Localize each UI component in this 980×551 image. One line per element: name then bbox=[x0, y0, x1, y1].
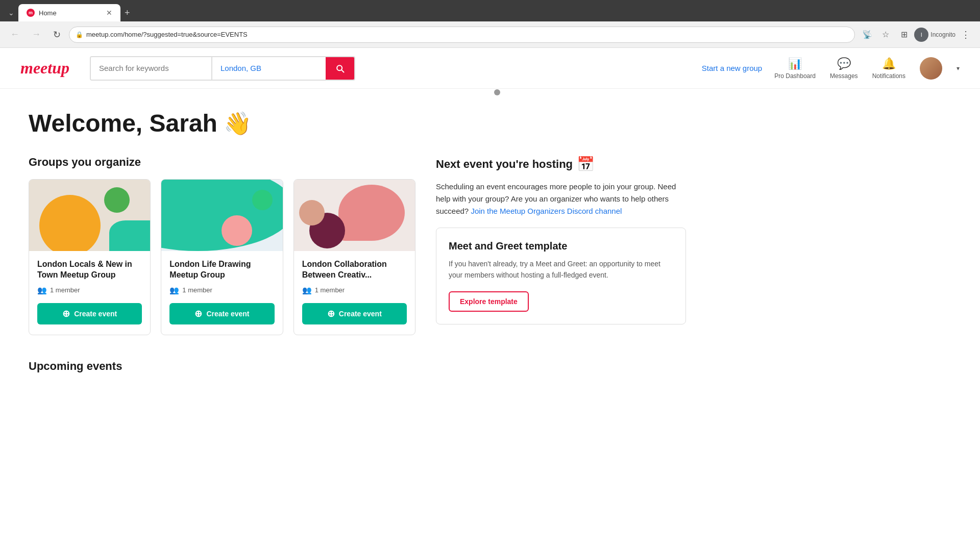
member-icon: 👥 bbox=[37, 286, 47, 295]
create-event-button-1[interactable]: ⊕ Create event bbox=[37, 303, 142, 324]
group-card-2: London Life Drawing Meetup Group 👥 1 mem… bbox=[161, 179, 283, 335]
plus-icon: ⊕ bbox=[194, 308, 202, 319]
template-card-title: Meet and Greet template bbox=[449, 240, 673, 252]
group-2-member-count: 👥 1 member bbox=[169, 286, 274, 295]
logo[interactable]: meetup bbox=[20, 59, 69, 78]
profile-button[interactable]: I bbox=[914, 28, 928, 42]
start-new-group-button[interactable]: Start a new group bbox=[702, 64, 762, 72]
upcoming-section: Upcoming events bbox=[29, 360, 686, 373]
group-1-name: London Locals & New in Town Meetup Group bbox=[37, 259, 142, 281]
group-card-2-image bbox=[161, 180, 282, 251]
sections-grid: Groups you organize London Locals bbox=[29, 156, 686, 335]
create-event-button-2[interactable]: ⊕ Create event bbox=[169, 303, 274, 324]
messages-label: Messages bbox=[830, 72, 858, 80]
messages-link[interactable]: 💬 Messages bbox=[830, 57, 858, 80]
tab-close-button[interactable]: ✕ bbox=[106, 9, 112, 17]
template-card-description: If you haven't already, try a Meet and G… bbox=[449, 258, 673, 281]
group-3-member-count: 👥 1 member bbox=[302, 286, 407, 295]
plus-icon: ⊕ bbox=[62, 308, 70, 319]
main-content: Welcome, Sarah 👋 Groups you organize bbox=[0, 89, 715, 393]
group-card-3-image bbox=[294, 180, 415, 251]
notifications-link[interactable]: 🔔 Notifications bbox=[872, 57, 905, 80]
extension-button[interactable]: ⊞ bbox=[896, 27, 912, 43]
search-input[interactable] bbox=[91, 57, 211, 80]
browser-menu-button[interactable]: ⋮ bbox=[958, 27, 974, 43]
group-card-1-image bbox=[29, 180, 150, 251]
groups-grid: London Locals & New in Town Meetup Group… bbox=[29, 179, 415, 335]
url-text: meetup.com/home/?suggested=true&source=E… bbox=[86, 31, 248, 38]
discord-link[interactable]: Join the Meetup Organizers Discord chann… bbox=[471, 207, 622, 215]
bell-icon: 🔔 bbox=[882, 57, 896, 70]
user-avatar[interactable] bbox=[920, 57, 942, 80]
incognito-label: Incognito bbox=[930, 31, 955, 38]
calendar-icon: 📅 bbox=[577, 156, 595, 172]
next-event-title: Next event you're hosting bbox=[436, 158, 573, 171]
upcoming-events-title: Upcoming events bbox=[29, 360, 686, 373]
next-event-header: Next event you're hosting 📅 bbox=[436, 156, 686, 172]
avatar-chevron-icon[interactable]: ▾ bbox=[957, 65, 960, 72]
member-icon: 👥 bbox=[302, 286, 312, 295]
bookmark-button[interactable]: ☆ bbox=[877, 27, 894, 43]
site-header: meetup Start a new group 📊 Pro Dashboard… bbox=[0, 48, 980, 89]
tab-overflow-arrow[interactable]: ⌄ bbox=[4, 7, 18, 19]
groups-section-title: Groups you organize bbox=[29, 156, 415, 169]
chart-icon: 📊 bbox=[788, 57, 802, 70]
group-card-3: London Collaboration Between Creativ... … bbox=[293, 179, 415, 335]
welcome-heading: Welcome, Sarah 👋 bbox=[29, 109, 686, 137]
group-1-member-count: 👥 1 member bbox=[37, 286, 142, 295]
template-card: Meet and Greet template If you haven't a… bbox=[436, 228, 686, 324]
forward-button[interactable]: → bbox=[28, 27, 45, 42]
pro-dashboard-link[interactable]: 📊 Pro Dashboard bbox=[774, 57, 816, 80]
refresh-button[interactable]: ↻ bbox=[49, 27, 65, 42]
next-event-description: Scheduling an event encourages more peop… bbox=[436, 181, 686, 217]
nav-actions: 📊 Pro Dashboard 💬 Messages 🔔 Notificatio… bbox=[774, 57, 960, 80]
group-card-1: London Locals & New in Town Meetup Group… bbox=[29, 179, 151, 335]
group-3-name: London Collaboration Between Creativ... bbox=[302, 259, 407, 281]
notifications-label: Notifications bbox=[872, 72, 905, 80]
right-panel: Next event you're hosting 📅 Scheduling a… bbox=[436, 156, 686, 335]
lock-icon: 🔒 bbox=[76, 31, 83, 38]
tab-favicon: m bbox=[27, 9, 35, 17]
logo-text: meetup bbox=[20, 59, 69, 78]
tab-title: Home bbox=[39, 9, 57, 17]
search-area bbox=[90, 56, 355, 81]
groups-section: Groups you organize London Locals bbox=[29, 156, 415, 335]
cast-button[interactable]: 📡 bbox=[859, 27, 875, 43]
search-icon bbox=[335, 63, 345, 73]
plus-icon: ⊕ bbox=[327, 308, 335, 319]
create-event-button-3[interactable]: ⊕ Create event bbox=[302, 303, 407, 324]
address-bar[interactable]: 🔒 meetup.com/home/?suggested=true&source… bbox=[69, 27, 855, 43]
new-tab-button[interactable]: + bbox=[120, 6, 134, 20]
search-button[interactable] bbox=[326, 57, 354, 80]
back-button[interactable]: ← bbox=[6, 27, 23, 42]
member-icon: 👥 bbox=[169, 286, 179, 295]
explore-template-button[interactable]: Explore template bbox=[449, 291, 529, 312]
location-input[interactable] bbox=[211, 57, 326, 80]
wave-emoji: 👋 bbox=[224, 110, 252, 137]
group-2-name: London Life Drawing Meetup Group bbox=[169, 259, 274, 281]
message-icon: 💬 bbox=[837, 57, 851, 70]
pro-dashboard-label: Pro Dashboard bbox=[774, 72, 816, 80]
browser-tab-home[interactable]: m Home ✕ bbox=[18, 4, 120, 21]
